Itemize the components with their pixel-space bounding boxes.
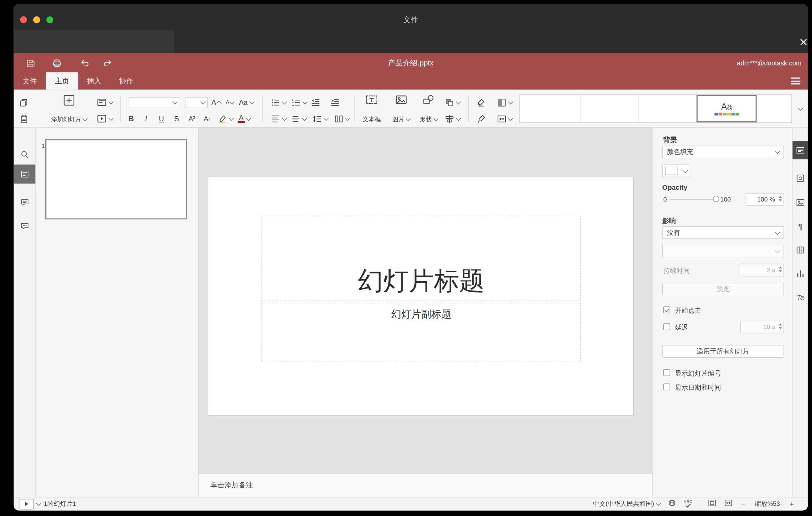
slide-size-button[interactable]	[496, 113, 513, 125]
add-slide-button[interactable]: 添加幻灯片	[46, 93, 92, 125]
tab-insert[interactable]: 插入	[78, 72, 110, 89]
increase-font-size-button[interactable]: A	[210, 97, 223, 107]
tab-home[interactable]: 主页	[46, 72, 78, 89]
insert-columns-button[interactable]	[334, 113, 350, 125]
left-panel-strip	[13, 128, 36, 497]
start-slideshow-button[interactable]	[95, 113, 113, 125]
font-color-button[interactable]: A	[236, 113, 253, 124]
strikeout-button[interactable]: S	[171, 113, 182, 124]
effect-select[interactable]: 没有	[662, 226, 784, 239]
insert-image-button[interactable]: 图片	[388, 93, 414, 125]
add-slide-label: 添加幻灯片	[51, 115, 81, 123]
zoom-out-button[interactable]: −	[741, 500, 745, 508]
color-scheme-button[interactable]	[496, 96, 513, 108]
vertical-align-button[interactable]	[291, 113, 306, 125]
slide-thumbnail-panel: 1	[36, 128, 199, 497]
background-color-swatch[interactable]	[662, 165, 691, 177]
chat-icon[interactable]	[13, 217, 35, 236]
paragraph-settings-icon[interactable]: ¶	[792, 217, 808, 235]
copy-icon[interactable]	[18, 96, 30, 108]
underline-button[interactable]: U	[156, 113, 167, 124]
italic-button[interactable]: I	[141, 113, 151, 124]
effect-type-select[interactable]	[662, 245, 784, 257]
slide-settings-icon[interactable]	[792, 141, 808, 159]
image-label: 图片	[393, 115, 404, 123]
theme-sample-text: Aa	[721, 102, 732, 111]
line-spacing-button[interactable]	[312, 113, 328, 125]
increase-indent-button[interactable]	[329, 96, 341, 108]
shape-label: 形状	[419, 115, 432, 123]
arrange-shape-button[interactable]	[444, 96, 461, 108]
delay-spinner[interactable]	[779, 323, 782, 329]
notes-area[interactable]: 单击添加备注	[199, 473, 652, 497]
image-settings-icon[interactable]	[792, 194, 808, 211]
slides-panel-icon[interactable]	[13, 165, 35, 183]
insert-shape-button[interactable]: 形状	[415, 93, 442, 125]
align-shape-button[interactable]	[444, 113, 461, 125]
start-slideshow-statusbar-button[interactable]	[19, 499, 34, 509]
theme-gallery-expand-icon[interactable]	[796, 104, 805, 113]
decrease-font-size-button[interactable]: A	[224, 97, 236, 107]
opacity-spinner[interactable]	[779, 196, 782, 202]
apply-to-all-button[interactable]: 适用于所有幻灯片	[662, 345, 784, 358]
theme-option-5[interactable]	[757, 95, 790, 122]
textart-settings-icon[interactable]: Ta	[792, 289, 808, 307]
theme-option-1[interactable]	[520, 95, 581, 122]
copy-style-button[interactable]	[475, 113, 487, 125]
desktop-background: 文件 产品介绍.pptx adm***@dootask.com 文件	[0, 0, 812, 516]
show-date-time-checkbox[interactable]	[663, 383, 670, 391]
decrease-indent-button[interactable]	[310, 96, 321, 108]
horizontal-align-button[interactable]	[270, 113, 286, 125]
duration-input[interactable]: 2 s	[738, 264, 784, 277]
font-name-select[interactable]	[129, 97, 179, 108]
tab-collaboration[interactable]: 协作	[110, 72, 142, 89]
duration-spinner[interactable]	[779, 266, 782, 272]
tab-file[interactable]: 文件	[13, 72, 46, 89]
theme-option-3[interactable]	[639, 95, 697, 122]
slide-position-info: 1的幻灯片1	[44, 500, 76, 509]
comments-icon[interactable]	[13, 193, 35, 212]
theme-option-selected[interactable]: Aa	[697, 95, 757, 122]
paste-icon[interactable]	[18, 113, 30, 125]
table-settings-icon[interactable]	[792, 241, 808, 259]
opacity-value-input[interactable]: 100 %	[746, 193, 784, 206]
opacity-slider-track[interactable]	[670, 199, 717, 200]
change-case-button[interactable]: Aa	[237, 97, 255, 107]
subtitle-placeholder[interactable]: 幻灯片副标题	[262, 303, 581, 362]
notes-placeholder: 单击添加备注	[210, 481, 253, 490]
start-on-click-checkbox[interactable]	[663, 307, 670, 313]
show-slide-number-checkbox[interactable]	[663, 369, 670, 376]
insert-textbox-button[interactable]: 文本框	[359, 93, 384, 125]
numbered-list-button[interactable]	[291, 96, 307, 108]
superscript-button[interactable]: A²	[186, 113, 198, 124]
chart-settings-icon[interactable]	[792, 265, 808, 283]
subscript-button[interactable]: A₂	[201, 113, 213, 124]
slide-layout-button[interactable]	[95, 96, 113, 108]
slideshow-options-icon[interactable]	[36, 500, 41, 506]
slide-thumbnail-1[interactable]	[45, 139, 187, 220]
zoom-in-button[interactable]: +	[789, 500, 794, 508]
delay-input[interactable]: 10 s	[741, 321, 784, 333]
slide-canvas: 幻灯片标题 幻灯片副标题	[199, 128, 652, 473]
clear-style-button[interactable]	[475, 96, 487, 108]
search-icon[interactable]	[13, 145, 35, 164]
font-size-select[interactable]	[186, 97, 208, 108]
theme-option-2[interactable]	[581, 95, 639, 122]
opacity-slider-knob[interactable]	[713, 196, 720, 202]
shape-settings-icon[interactable]	[792, 169, 808, 187]
delay-checkbox[interactable]	[663, 323, 670, 330]
language-select[interactable]: 中文(中华人民共和国)	[593, 500, 660, 509]
spellcheck-icon[interactable]: ABC	[684, 500, 693, 508]
bold-button[interactable]: B	[126, 113, 136, 124]
title-placeholder[interactable]: 幻灯片标题	[262, 216, 581, 301]
close-icon[interactable]	[798, 36, 808, 48]
preview-button[interactable]: 预览	[662, 283, 784, 295]
bullet-list-button[interactable]	[270, 96, 286, 108]
background-fill-select[interactable]: 颜色填充	[662, 146, 784, 158]
fit-slide-icon[interactable]	[708, 499, 717, 509]
fit-width-icon[interactable]	[724, 499, 733, 509]
slide-editor[interactable]: 幻灯片标题 幻灯片副标题	[208, 177, 634, 416]
menu-icon[interactable]	[791, 78, 801, 84]
highlight-color-button[interactable]	[216, 113, 234, 124]
document-language-icon[interactable]	[667, 498, 676, 510]
